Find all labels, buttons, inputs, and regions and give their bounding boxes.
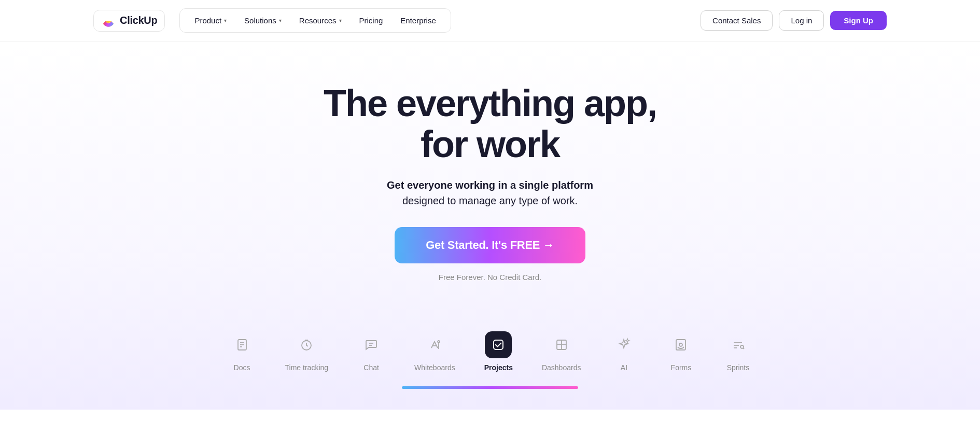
- get-started-button[interactable]: Get Started. It's FREE →: [395, 227, 585, 263]
- navbar-left: ClickUp Product ▾ Solutions ▾ Resources …: [93, 8, 451, 33]
- svg-point-15: [679, 343, 682, 346]
- tab-projects[interactable]: Projects: [470, 323, 527, 380]
- logo-button[interactable]: ClickUp: [93, 10, 165, 32]
- dashboard-icon: [554, 338, 569, 352]
- svg-rect-10: [494, 340, 503, 349]
- chevron-down-icon: ▾: [279, 18, 282, 23]
- chevron-down-icon: ▾: [224, 18, 227, 23]
- whiteboard-icon: [427, 338, 442, 352]
- tab-dashboards[interactable]: Dashboards: [527, 323, 596, 380]
- hero-title: The everything app, for work: [324, 83, 656, 165]
- whiteboards-icon-wrapper: [421, 331, 448, 358]
- svg-line-20: [743, 348, 744, 349]
- tab-forms-label: Forms: [671, 363, 692, 372]
- tab-sprints[interactable]: Sprints: [709, 323, 766, 380]
- feature-tabs: Docs Time tracking: [10, 313, 970, 380]
- docs-icon: [235, 338, 249, 352]
- nav-links: Product ▾ Solutions ▾ Resources ▾ Pricin…: [179, 8, 451, 33]
- nav-enterprise[interactable]: Enterprise: [392, 12, 444, 29]
- forms-icon: [674, 338, 688, 352]
- bottom-gradient-bar: [402, 386, 578, 389]
- tab-chat[interactable]: Chat: [343, 323, 400, 380]
- tab-projects-label: Projects: [484, 363, 513, 372]
- nav-solutions[interactable]: Solutions ▾: [236, 12, 290, 29]
- time-tracking-icon-wrapper: [293, 331, 320, 358]
- sprints-icon: [731, 338, 745, 352]
- tab-docs-label: Docs: [234, 363, 250, 372]
- dashboards-icon-wrapper: [548, 331, 575, 358]
- chat-icon-wrapper: [358, 331, 385, 358]
- clock-icon: [299, 338, 314, 352]
- hero-note: Free Forever. No Credit Card.: [439, 273, 541, 282]
- logo-text: ClickUp: [120, 15, 157, 26]
- tab-dashboards-label: Dashboards: [542, 363, 581, 372]
- forms-icon-wrapper: [667, 331, 694, 358]
- tab-time-tracking-label: Time tracking: [285, 363, 329, 372]
- hero-subtitle: Get everyone working in a single platfor…: [387, 177, 593, 208]
- navbar-right: Contact Sales Log in Sign Up: [701, 10, 887, 31]
- tab-whiteboards-label: Whiteboards: [414, 363, 455, 372]
- nav-pricing[interactable]: Pricing: [351, 12, 391, 29]
- tab-docs[interactable]: Docs: [214, 323, 271, 380]
- login-button[interactable]: Log in: [779, 10, 824, 31]
- tab-forms[interactable]: Forms: [652, 323, 709, 380]
- ai-icon: [617, 338, 631, 352]
- signup-button[interactable]: Sign Up: [830, 11, 887, 30]
- chat-icon: [364, 338, 379, 352]
- contact-sales-button[interactable]: Contact Sales: [701, 10, 773, 31]
- docs-icon-wrapper: [229, 331, 256, 358]
- hero-section: The everything app, for work Get everyon…: [0, 41, 980, 410]
- tab-chat-label: Chat: [363, 363, 379, 372]
- navbar: ClickUp Product ▾ Solutions ▾ Resources …: [0, 0, 980, 41]
- tab-whiteboards[interactable]: Whiteboards: [400, 323, 470, 380]
- projects-icon-wrapper: [485, 331, 512, 358]
- sprints-icon-wrapper: [724, 331, 751, 358]
- tab-ai-label: AI: [621, 363, 627, 372]
- tab-time-tracking[interactable]: Time tracking: [271, 323, 343, 380]
- projects-icon: [491, 338, 506, 352]
- nav-resources[interactable]: Resources ▾: [291, 12, 350, 29]
- tab-ai[interactable]: AI: [595, 323, 652, 380]
- chevron-down-icon: ▾: [339, 18, 342, 23]
- clickup-logo-icon: [101, 13, 116, 28]
- ai-icon-wrapper: [610, 331, 637, 358]
- svg-point-9: [438, 341, 440, 343]
- nav-product[interactable]: Product ▾: [186, 12, 235, 29]
- tab-sprints-label: Sprints: [727, 363, 750, 372]
